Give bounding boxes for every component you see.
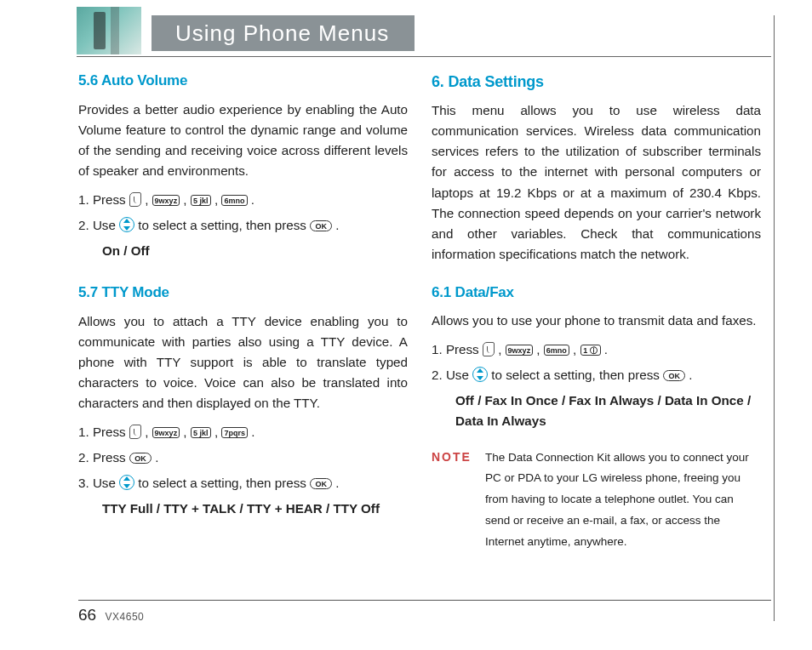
para-auto-volume: Provides a better audio experience by en… — [78, 100, 408, 181]
header-thumbnail — [77, 7, 141, 54]
para-data-fax: Allows you to use your phone to transmit… — [432, 311, 761, 331]
key-6: 6mno — [544, 345, 569, 356]
footer-rule — [78, 600, 771, 601]
key-ok: OK — [310, 478, 332, 489]
key-9: 9wxyz — [152, 427, 180, 438]
text: 2. Use — [78, 218, 119, 232]
heading-tty-mode: 5.7 TTY Mode — [78, 282, 408, 305]
step-56-2: 2. Use to select a setting, then press O… — [78, 215, 408, 236]
text: to select a setting, then press — [491, 368, 663, 382]
page-title: Using Phone Menus — [175, 20, 389, 47]
text: 2. Press — [78, 450, 129, 465]
page-number: 66 — [78, 606, 96, 624]
note-text: The Data Connection Kit allows you to co… — [485, 448, 761, 554]
nav-updown-icon — [472, 367, 488, 382]
key-5: 5 jkl — [191, 427, 211, 438]
key-1: 1 ⓘ — [580, 345, 601, 356]
title-strip: Using Phone Menus — [152, 15, 415, 51]
step-57-2: 2. Press OK . — [78, 448, 408, 468]
right-rule — [774, 15, 775, 621]
para-data-settings: This menu allows you to use wireless dat… — [432, 100, 761, 264]
options-56: On / Off — [102, 241, 408, 261]
text: 1. Press — [78, 192, 129, 207]
note-block: NOTE The Data Connection Kit allows you … — [432, 448, 761, 554]
softkey-icon — [129, 425, 141, 439]
heading-data-settings: 6. Data Settings — [432, 70, 761, 94]
footer: 66 VX4650 — [78, 600, 771, 624]
key-9: 9wxyz — [152, 195, 180, 206]
softkey-icon — [129, 192, 141, 207]
text: 3. Use — [78, 476, 119, 490]
softkey-icon — [483, 342, 495, 356]
heading-data-fax: 6.1 Data/Fax — [432, 282, 761, 305]
text: to select a setting, then press — [138, 476, 310, 490]
right-column: 6. Data Settings This menu allows you to… — [432, 70, 761, 590]
heading-auto-volume: 5.6 Auto Volume — [78, 70, 408, 93]
step-61-1: 1. Press , 9wxyz , 6mno , 1 ⓘ . — [432, 339, 761, 360]
page-header: Using Phone Menus — [77, 15, 771, 51]
left-column: 5.6 Auto Volume Provides a better audio … — [78, 70, 408, 590]
nav-updown-icon — [119, 217, 134, 232]
note-label: NOTE — [432, 448, 472, 554]
step-57-3: 3. Use to select a setting, then press O… — [78, 473, 408, 493]
step-57-1: 1. Press , 9wxyz , 5 jkl , 7pqrs . — [78, 422, 408, 442]
text: to select a setting, then press — [138, 218, 310, 232]
content-area: 5.6 Auto Volume Provides a better audio … — [78, 70, 761, 590]
key-ok: OK — [129, 453, 152, 464]
key-7: 7pqrs — [221, 427, 248, 438]
text: 2. Use — [432, 368, 472, 382]
para-tty-mode: Allows you to attach a TTY device enabli… — [78, 311, 408, 413]
top-rule — [77, 56, 771, 57]
model-label: VX4650 — [106, 611, 145, 623]
key-9: 9wxyz — [506, 345, 534, 356]
key-ok: OK — [663, 370, 685, 381]
options-57: TTY Full / TTY + TALK / TTY + HEAR / TTY… — [102, 499, 408, 519]
key-6: 6mno — [221, 195, 247, 206]
key-5: 5 jkl — [191, 195, 211, 206]
options-61: Off / Fax In Once / Fax In Always / Data… — [455, 391, 761, 431]
text: 1. Press — [78, 425, 129, 439]
step-61-2: 2. Use to select a setting, then press O… — [432, 365, 761, 385]
step-56-1: 1. Press , 9wxyz , 5 jkl , 6mno . — [78, 190, 408, 210]
text: 1. Press — [432, 342, 483, 356]
nav-updown-icon — [119, 475, 134, 490]
key-ok: OK — [310, 220, 332, 231]
